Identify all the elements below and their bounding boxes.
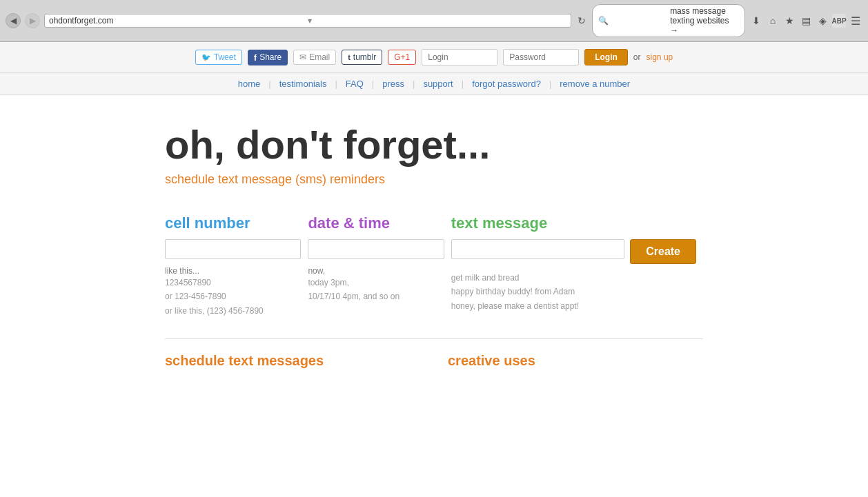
url-dropdown-icon[interactable]: ▾ xyxy=(308,16,566,26)
nav-press[interactable]: press xyxy=(374,79,413,89)
reload-button[interactable]: ↻ xyxy=(575,14,588,27)
forward-button[interactable]: ▶ xyxy=(25,13,40,28)
facebook-share-button[interactable]: f Share xyxy=(248,50,288,65)
tumblr-button[interactable]: t tumblr xyxy=(342,50,382,65)
create-button[interactable]: Create xyxy=(630,239,696,264)
browser-chrome: ◀ ▶ ohdontforget.com ▾ ↻ 🔍 mass message … xyxy=(0,0,868,42)
footer-schedule-title: schedule text messages xyxy=(165,353,420,369)
text-hint-1: get milk and bread xyxy=(451,271,696,285)
cell-number-col: cell number like this... 1234567890 or 1… xyxy=(165,214,308,318)
form-section: cell number like this... 1234567890 or 1… xyxy=(165,214,703,318)
main-content: oh, don't forget... schedule text messag… xyxy=(151,95,717,388)
signup-link[interactable]: sign up xyxy=(647,52,673,62)
email-button[interactable]: ✉ Email xyxy=(293,50,336,65)
nav-support[interactable]: support xyxy=(415,79,461,89)
browser-icons: ⬇ ⌂ ★ ▤ ◈ ABP ☰ xyxy=(749,14,862,28)
footer-schedule-col: schedule text messages xyxy=(165,353,420,374)
text-message-label: text message xyxy=(451,214,696,232)
url-text: ohdontforget.com xyxy=(49,16,308,26)
email-icon: ✉ xyxy=(299,52,306,62)
text-hint-3: honey, please make a dentist appt! xyxy=(451,299,696,313)
nav-testimonials[interactable]: testimonials xyxy=(271,79,335,89)
pocket-icon[interactable]: ◈ xyxy=(816,14,829,28)
download-icon[interactable]: ⬇ xyxy=(749,14,763,28)
search-icon: 🔍 xyxy=(598,16,667,26)
text-message-input[interactable] xyxy=(451,239,624,259)
back-button[interactable]: ◀ xyxy=(6,13,21,28)
tweet-label: Tweet xyxy=(214,52,236,62)
gplus-button[interactable]: G+1 xyxy=(388,50,416,65)
nav-bar: home | testimonials | FAQ | press | supp… xyxy=(0,73,868,95)
nav-faq[interactable]: FAQ xyxy=(337,79,372,89)
date-time-input[interactable] xyxy=(308,239,444,259)
tweet-button[interactable]: 🐦 Tweet xyxy=(195,50,242,65)
main-title: oh, don't forget... xyxy=(165,123,703,167)
nav-forgot-password[interactable]: forgot password? xyxy=(464,79,549,89)
cell-hint-label: like this... xyxy=(165,266,301,276)
cell-hint-1: 1234567890 xyxy=(165,276,301,290)
footer-creative-title: creative uses xyxy=(448,353,703,369)
search-query-text: mass message texting websites → xyxy=(670,6,739,35)
top-bar: 🐦 Tweet f Share ✉ Email t tumblr G+1 Log… xyxy=(0,42,868,73)
password-input[interactable] xyxy=(503,49,579,65)
tumblr-icon: t xyxy=(348,53,351,61)
facebook-icon: f xyxy=(254,52,257,63)
browser-menu-icon[interactable]: ☰ xyxy=(849,14,862,28)
search-bar[interactable]: 🔍 mass message texting websites → xyxy=(592,4,745,37)
or-text: or xyxy=(633,52,641,62)
date-time-label: date & time xyxy=(308,214,444,232)
main-subtitle: schedule text message (sms) reminders xyxy=(165,172,703,187)
twitter-icon: 🐦 xyxy=(201,53,211,62)
home-icon[interactable]: ⌂ xyxy=(766,14,780,28)
date-hint-1: today 3pm, xyxy=(308,276,444,290)
cell-hint-3: or like this, (123) 456-7890 xyxy=(165,304,301,318)
address-bar[interactable]: ohdontforget.com ▾ xyxy=(44,14,571,28)
login-input[interactable] xyxy=(422,49,497,65)
cell-hint-2: or 123-456-7890 xyxy=(165,290,301,303)
footer-creative-col: creative uses xyxy=(448,353,703,374)
adblock-icon[interactable]: ABP xyxy=(832,14,846,28)
date-time-col: date & time now, today 3pm, 10/17/10 4pm… xyxy=(308,214,451,304)
text-hint-2: happy birthday buddy! from Adam xyxy=(451,285,696,298)
cell-number-label: cell number xyxy=(165,214,301,232)
text-message-col: text message Create get milk and bread h… xyxy=(451,214,703,313)
date-hint-2: 10/17/10 4pm, and so on xyxy=(308,290,444,303)
email-label: Email xyxy=(309,52,330,62)
cell-number-input[interactable] xyxy=(165,239,301,259)
footer-section: schedule text messages creative uses xyxy=(165,353,703,374)
reader-icon[interactable]: ▤ xyxy=(799,14,813,28)
nav-home[interactable]: home xyxy=(230,79,269,89)
tumblr-label: tumblr xyxy=(353,52,376,62)
footer-divider xyxy=(165,338,703,339)
page: 🐦 Tweet f Share ✉ Email t tumblr G+1 Log… xyxy=(0,42,868,497)
gplus-label: G+1 xyxy=(394,52,410,62)
date-hint-label: now, xyxy=(308,266,444,276)
nav-remove-number[interactable]: remove a number xyxy=(551,79,638,89)
facebook-share-label: Share xyxy=(259,52,282,62)
login-button[interactable]: Login xyxy=(584,49,628,65)
bookmark-icon[interactable]: ★ xyxy=(782,14,796,28)
